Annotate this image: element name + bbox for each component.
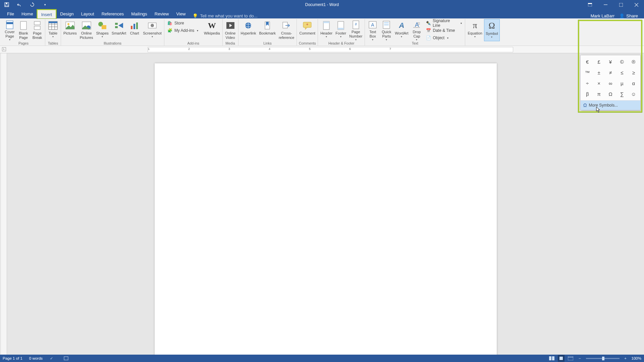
object-button[interactable]: 📄Object▾ [424,35,463,41]
more-symbols-button[interactable]: Ω More Symbols... [581,100,640,110]
symbol-registered[interactable]: ® [628,57,639,67]
blank-page-button[interactable]: Blank Page [17,19,30,41]
quick-parts-button[interactable]: Quick Parts▾ [380,19,393,41]
close-icon[interactable] [629,0,644,9]
read-mode-icon[interactable] [548,355,555,362]
word-count[interactable]: 0 words [29,356,43,360]
save-icon[interactable] [2,0,11,9]
group-illustrations: Pictures Online Pictures Shapes▾ SmartAr… [61,19,164,46]
cross-reference-button[interactable]: Cross- reference [277,19,296,41]
group-comments-label: Comments [299,41,316,46]
bookmark-button[interactable]: Bookmark [258,19,277,41]
smartart-button[interactable]: SmartArt [110,19,127,41]
zoom-percent[interactable]: 100% [632,356,641,360]
spellcheck-icon[interactable]: ✓ [49,355,56,362]
minimize-icon[interactable] [598,0,613,9]
symbol-micro[interactable]: µ [616,78,627,88]
symbol-yen[interactable]: ¥ [605,57,616,67]
page[interactable] [155,63,497,355]
svg-rect-38 [283,22,287,28]
tab-home[interactable]: Home [18,9,37,18]
tab-design[interactable]: Design [56,9,77,18]
group-links: Hyperlink Bookmark Cross- reference Link… [238,19,297,46]
zoom-in-icon[interactable]: + [622,355,629,362]
chart-button[interactable]: Chart [128,19,141,41]
document-title: Document1 - Word [305,2,339,7]
wordart-button[interactable]: AWordArt▾ [393,19,410,41]
maximize-icon[interactable] [613,0,629,9]
user-name[interactable]: Mark LaBarr [591,13,615,18]
document-canvas[interactable] [7,53,644,355]
undo-icon[interactable] [15,0,24,9]
svg-point-21 [67,23,69,25]
symbol-euro[interactable]: € [582,57,593,67]
drop-cap-button[interactable]: ADrop Cap▾ [410,19,423,41]
tab-mailings[interactable]: Mailings [127,9,151,18]
print-layout-icon[interactable] [558,355,565,362]
hyperlink-button[interactable]: Hyperlink [239,19,258,41]
symbol-smiley[interactable]: ☺ [628,89,639,99]
table-button[interactable]: Table▾ [46,19,60,41]
symbol-beta[interactable]: β [582,89,593,99]
online-pictures-button[interactable]: Online Pictures [78,19,95,41]
symbol-gte[interactable]: ≥ [628,67,639,77]
group-text-label: Text [412,41,418,46]
qat-customize-icon[interactable]: ▾ [40,0,50,9]
tell-me-search[interactable]: 💡 Tell me what you want to do... [193,13,257,18]
symbol-divide[interactable]: ÷ [582,78,593,88]
my-addins-button[interactable]: 🧩My Add-ins▾ [166,27,202,34]
signature-line-button[interactable]: ✒️Signature Line▾ [424,20,463,26]
symbol-plusminus[interactable]: ± [593,67,604,77]
symbol-multiply[interactable]: × [593,78,604,88]
svg-rect-50 [384,22,389,23]
symbol-button[interactable]: ΩSymbol▾ [484,19,500,41]
tab-references[interactable]: References [98,9,127,18]
comment-button[interactable]: +Comment [298,19,317,41]
symbol-infinity[interactable]: ∞ [605,78,616,88]
tab-review[interactable]: Review [151,9,173,18]
svg-rect-4 [588,3,592,4]
screenshot-button[interactable]: Screenshot▾ [142,19,163,41]
symbol-sigma[interactable]: ∑ [616,89,627,99]
symbol-pi[interactable]: π [593,89,604,99]
svg-rect-42 [323,21,329,23]
macro-icon[interactable] [63,355,69,362]
vertical-ruler[interactable] [1,53,7,355]
addins-icon: 🧩 [167,28,173,33]
share-button[interactable]: 👤 Share [619,13,638,18]
group-tables: Table▾ Tables [45,19,61,46]
tab-file[interactable]: File [3,9,18,18]
page-indicator[interactable]: Page 1 of 1 [3,356,22,360]
symbol-lte[interactable]: ≤ [616,67,627,77]
page-number-button[interactable]: #Page Number▾ [348,19,364,41]
redo-icon[interactable] [28,0,37,9]
symbol-omega[interactable]: Ω [605,89,616,99]
shapes-button[interactable]: Shapes▾ [95,19,110,41]
symbol-trademark[interactable]: ™ [582,67,593,77]
date-time-button[interactable]: 📅Date & Time [424,27,463,34]
tab-layout[interactable]: Layout [77,9,98,18]
symbol-alpha[interactable]: α [628,78,639,88]
equation-button[interactable]: πEquation▾ [466,19,483,41]
store-button[interactable]: 🛍️Store [166,20,202,26]
tab-view[interactable]: View [172,9,189,18]
header-button[interactable]: Header▾ [319,19,334,41]
online-video-button[interactable]: Online Video [224,19,237,41]
web-layout-icon[interactable] [567,355,574,362]
page-break-button[interactable]: Page Break [31,19,44,41]
wikipedia-button[interactable]: WWikipedia [203,19,221,41]
ribbon-display-icon[interactable] [582,0,598,9]
symbol-noteq[interactable]: ≠ [605,67,616,77]
footer-button[interactable]: Footer▾ [334,19,347,41]
text-box-button[interactable]: AText Box▾ [366,19,379,41]
zoom-out-icon[interactable]: − [577,355,583,362]
zoom-slider[interactable] [586,358,620,359]
svg-rect-59 [552,356,554,360]
symbol-copyright[interactable]: © [616,57,627,67]
symbol-pound[interactable]: £ [593,57,604,67]
horizontal-ruler[interactable]: L 1 2 3 4 5 6 7 [0,46,644,53]
tab-insert[interactable]: Insert [37,9,57,18]
pictures-button[interactable]: Pictures [62,19,78,41]
cover-page-button[interactable]: Cover Page▾ [3,19,16,41]
tab-selector[interactable]: L [2,47,6,51]
